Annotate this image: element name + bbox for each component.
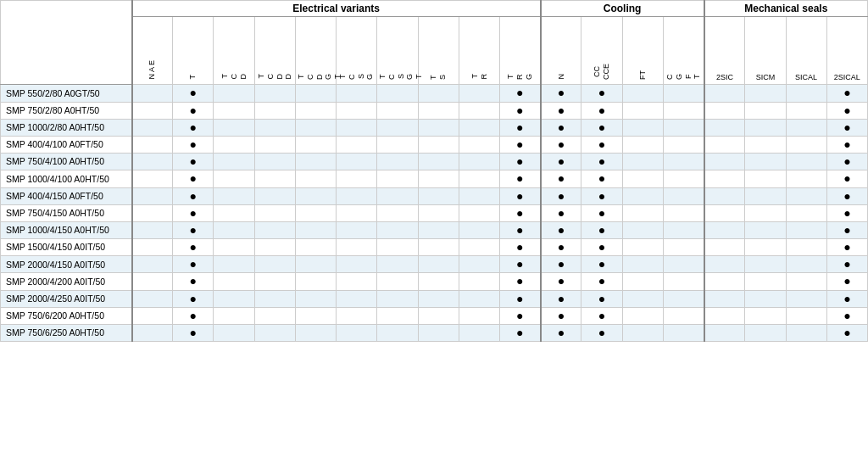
table-row: SMP 750/6/250 A0HT/50●●●●● [1, 325, 868, 342]
product-name: SMP 1000/4/150 A0HT/50 [1, 221, 132, 238]
table-row: SMP 550/2/80 A0GT/50●●●●● [1, 85, 868, 102]
product-name: SMP 1000/4/100 A0HT/50 [1, 170, 132, 187]
table-body: SMP 550/2/80 A0GT/50●●●●●SMP 750/2/80 A0… [1, 85, 868, 342]
col-2sic-header: 2SIC [704, 17, 745, 85]
product-name: SMP 750/6/250 A0HT/50 [1, 325, 132, 342]
col-t-header: T [173, 17, 214, 85]
col-sicm-header: SICM [745, 17, 786, 85]
col-2sical-header: 2SICAL [826, 17, 867, 85]
header-sections-row: Electrical variants Cooling Mechanical s… [1, 1, 868, 17]
col-nae-header: N A E [132, 17, 173, 85]
product-name: SMP 2000/4/250 A0IT/50 [1, 290, 132, 307]
product-name: SMP 1000/2/80 A0HT/50 [1, 119, 132, 136]
table-row: SMP 750/4/100 A0HT/50●●●●● [1, 154, 868, 170]
table-row: SMP 2000/4/150 A0IT/50●●●●● [1, 256, 868, 273]
col-n-header: N [541, 17, 581, 85]
col-tcsg-header: TCSG [337, 17, 377, 85]
col-cccce-header: CCCCE [581, 17, 622, 85]
main-table-container: Electrical variants Cooling Mechanical s… [0, 0, 868, 342]
table-row: SMP 1000/2/80 A0HT/50●●●●● [1, 119, 868, 136]
col-tcd-header: TCD [214, 17, 254, 85]
product-name: SMP 2000/4/200 A0IT/50 [1, 273, 132, 290]
product-name: SMP 400/4/150 A0FT/50 [1, 187, 132, 204]
table-row: SMP 2000/4/250 A0IT/50●●●●● [1, 290, 868, 307]
variants-table: Electrical variants Cooling Mechanical s… [0, 0, 868, 342]
col-trg-header: TRG [499, 17, 540, 85]
col-cgft-header: CGFT [663, 17, 704, 85]
product-name: SMP 400/4/100 A0FT/50 [1, 136, 132, 153]
empty-header [1, 1, 132, 85]
col-ft-header: FT [622, 17, 663, 85]
product-name: SMP 550/2/80 A0GT/50 [1, 85, 132, 102]
table-row: SMP 1000/4/100 A0HT/50●●●●● [1, 170, 868, 187]
electrical-variants-header: Electrical variants [132, 1, 541, 17]
product-name: SMP 750/2/80 A0HT/50 [1, 102, 132, 119]
col-sical-header: SICAL [786, 17, 826, 85]
cooling-header: Cooling [541, 1, 704, 17]
mechanical-seals-header: Mechanical seals [704, 1, 868, 17]
table-row: SMP 400/4/150 A0FT/50●●●●● [1, 187, 868, 204]
table-row: SMP 750/2/80 A0HT/50●●●●● [1, 102, 868, 119]
table-row: SMP 400/4/100 A0FT/50●●●●● [1, 136, 868, 153]
col-tcsgt-header: TCSGT [377, 17, 418, 85]
table-row: SMP 1000/4/150 A0HT/50●●●●● [1, 221, 868, 238]
col-tr-header: TR [459, 17, 499, 85]
product-name: SMP 2000/4/150 A0IT/50 [1, 256, 132, 273]
table-row: SMP 1500/4/150 A0IT/50●●●●● [1, 239, 868, 256]
product-name: SMP 750/4/150 A0HT/50 [1, 204, 132, 221]
table-row: SMP 750/6/200 A0HT/50●●●●● [1, 307, 868, 324]
table-row: SMP 2000/4/200 A0IT/50●●●●● [1, 273, 868, 290]
product-name: SMP 750/6/200 A0HT/50 [1, 307, 132, 324]
table-row: SMP 750/4/150 A0HT/50●●●●● [1, 204, 868, 221]
col-tcdd-header: TCDD [254, 17, 295, 85]
product-name: SMP 1500/4/150 A0IT/50 [1, 239, 132, 256]
col-ts-header: TS [418, 17, 459, 85]
product-name: SMP 750/4/100 A0HT/50 [1, 154, 132, 170]
col-tcdgt-header: TCDGT [295, 17, 336, 85]
